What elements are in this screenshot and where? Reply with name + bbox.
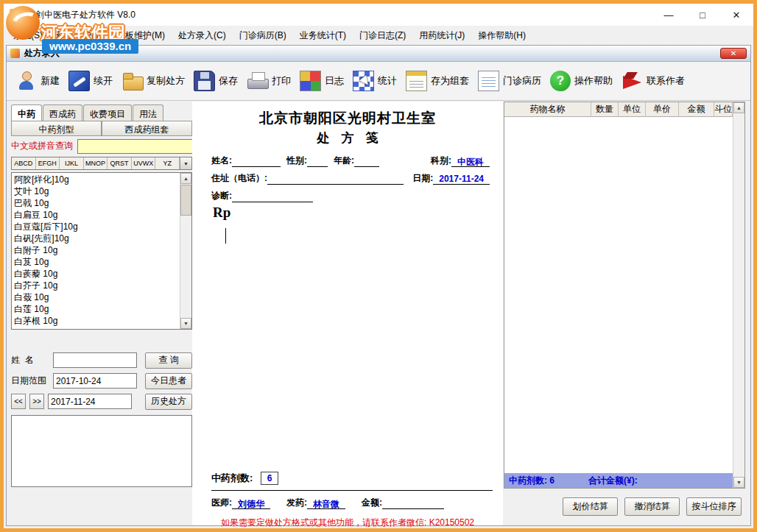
date-from-input[interactable] bbox=[53, 373, 137, 389]
table-header-cell[interactable]: 药物名称 bbox=[504, 102, 591, 116]
menu-item[interactable]: 模板维护(M) bbox=[110, 26, 172, 46]
name-field[interactable] bbox=[232, 156, 281, 167]
help-button[interactable]: 操作帮助 bbox=[546, 66, 617, 96]
save-as-group-button[interactable]: 存为组套 bbox=[401, 66, 473, 96]
menu-item[interactable]: 门诊日志(Z) bbox=[353, 26, 412, 46]
close-button[interactable]: ✕ bbox=[719, 4, 753, 26]
alphabet-filter[interactable]: UVWX bbox=[132, 157, 156, 169]
herb-list-item[interactable]: 白蔹 10g bbox=[12, 291, 179, 303]
herb-list-item[interactable]: 巴戟 10g bbox=[12, 197, 179, 209]
herb-list-item[interactable]: 白豆蔻[后下]10g bbox=[12, 221, 179, 233]
scroll-thumb[interactable] bbox=[180, 185, 191, 216]
maximize-button[interactable]: □ bbox=[686, 4, 719, 26]
herb-list-item[interactable]: 艾叶 10g bbox=[12, 185, 179, 197]
address-field[interactable] bbox=[267, 174, 404, 185]
alphabet-filter[interactable]: EFGH bbox=[36, 157, 60, 169]
tab-herb-dosage-form[interactable]: 中药剂型 bbox=[11, 121, 102, 136]
continue-button[interactable]: 续开 bbox=[64, 66, 117, 96]
patient-result-list[interactable] bbox=[11, 415, 192, 487]
menu-item[interactable]: 系统(S) bbox=[7, 26, 49, 46]
titlebar: 书剑中医电子处方软件 V8.0 — □ ✕ bbox=[4, 4, 753, 26]
minimize-button[interactable]: — bbox=[652, 4, 686, 26]
next-page-button[interactable]: >> bbox=[29, 394, 44, 409]
department-value[interactable]: 中医科 bbox=[451, 156, 490, 167]
amount-field[interactable] bbox=[382, 498, 444, 509]
age-field[interactable] bbox=[354, 156, 379, 167]
menu-item[interactable]: 操作帮助(H) bbox=[471, 26, 532, 46]
menu-item[interactable]: 处方录入(C) bbox=[172, 26, 233, 46]
outpatient-record-button[interactable]: 门诊病历 bbox=[473, 66, 546, 96]
toolbar: 新建 续开 复制处方 保存 打印 日志 bbox=[7, 62, 750, 101]
prescription-sheet[interactable]: 北京市朝阳区光明村卫生室 处方笺 姓名: 性别: 年龄: 科别: 中医科 住址（… bbox=[192, 102, 503, 525]
alphabet-filter[interactable]: QRST bbox=[108, 157, 132, 169]
alphabet-dropdown-arrow-icon[interactable]: ▼ bbox=[180, 157, 191, 169]
herb-list-item[interactable]: 白矾[先煎]10g bbox=[12, 233, 179, 244]
tab-fee-items[interactable]: 收费项目 bbox=[83, 104, 132, 121]
tab-western-group[interactable]: 西成药组套 bbox=[102, 121, 192, 136]
cancel-settle-button[interactable]: 撤消结算 bbox=[624, 497, 680, 516]
copy-prescription-button[interactable]: 复制处方 bbox=[117, 66, 189, 96]
prev-page-button[interactable]: << bbox=[11, 394, 26, 409]
statistics-button[interactable]: 统计 bbox=[348, 66, 401, 96]
table-header-cell[interactable]: 斗位 bbox=[714, 102, 733, 116]
tab-usage[interactable]: 用法 bbox=[133, 104, 163, 121]
table-header-cell[interactable]: 金额 bbox=[679, 102, 714, 116]
save-button[interactable]: 保存 bbox=[189, 66, 242, 96]
menu-item[interactable]: 门诊病历(B) bbox=[233, 26, 293, 46]
subwindow-close-button[interactable]: ✕ bbox=[720, 48, 747, 59]
date-to-input[interactable] bbox=[48, 394, 132, 409]
signature-row: 医师: 刘德华 发药: 林音微 金额: bbox=[211, 497, 493, 509]
history-prescriptions-button[interactable]: 历史处方 bbox=[145, 394, 192, 410]
scroll-up-icon[interactable]: ▲ bbox=[180, 173, 191, 184]
age-label: 年龄: bbox=[334, 155, 354, 167]
today-patients-button[interactable]: 今日患者 bbox=[145, 373, 192, 389]
herb-list-item[interactable]: 白附子 10g bbox=[12, 244, 179, 256]
alphabet-filter[interactable]: MNOP bbox=[84, 157, 108, 169]
herb-list-item[interactable]: 白莲 10g bbox=[12, 303, 179, 315]
tab-chinese-herb[interactable]: 中药 bbox=[11, 104, 42, 121]
herb-list-item[interactable]: 白扁豆 10g bbox=[12, 209, 179, 221]
alphabet-filter[interactable]: ABCD bbox=[12, 157, 36, 169]
diagnosis-field[interactable] bbox=[232, 191, 313, 202]
pinyin-search-input[interactable] bbox=[77, 139, 197, 154]
query-button[interactable]: 查 询 bbox=[145, 352, 192, 369]
pinyin-search-label: 中文或拼音查询 bbox=[11, 140, 77, 152]
contact-notice: 如果需要定做处方格式或其他功能，请联系作者微信: K20150502 bbox=[192, 517, 503, 529]
alphabet-filter-bar: ABCDEFGHIJKLMNOPQRSTUVWXYZ ▼ bbox=[11, 157, 192, 170]
table-header-cell[interactable]: 数量 bbox=[591, 102, 619, 116]
toolbar-button-label: 联系作者 bbox=[647, 74, 685, 88]
sort-by-drawer-button[interactable]: 按斗位排序 bbox=[686, 497, 742, 516]
menu-item[interactable]: 业务统计(T) bbox=[293, 26, 353, 46]
alphabet-filter[interactable]: YZ bbox=[155, 157, 180, 169]
scroll-up-icon[interactable]: ▲ bbox=[733, 102, 744, 113]
alphabet-filter[interactable]: IJKL bbox=[60, 157, 84, 169]
table-scrollbar[interactable]: ▲ ▼ bbox=[733, 102, 744, 488]
doctor-value[interactable]: 刘德华 bbox=[232, 498, 270, 509]
herb-list-scrollbar[interactable]: ▲ ▼ bbox=[180, 173, 191, 329]
scroll-down-icon[interactable]: ▼ bbox=[733, 477, 744, 488]
date-value[interactable]: 2017-11-24 bbox=[433, 174, 490, 185]
dispense-value[interactable]: 林音微 bbox=[307, 498, 345, 509]
selected-drugs-table: 药物名称数量单位单价金额斗位 中药剂数: 6 合计金额(¥): ▲ ▼ bbox=[504, 102, 745, 489]
gender-field[interactable] bbox=[307, 156, 328, 167]
settle-button[interactable]: 划价结算 bbox=[563, 497, 618, 516]
herb-list-item[interactable]: 白芨 10g bbox=[12, 256, 179, 268]
table-body[interactable] bbox=[504, 117, 733, 473]
new-button[interactable]: 新建 bbox=[11, 66, 64, 96]
menu-item[interactable]: 药物维护(Y) bbox=[49, 26, 110, 46]
table-header-cell[interactable]: 单位 bbox=[619, 102, 646, 116]
table-header-cell[interactable]: 单价 bbox=[646, 102, 679, 116]
patient-name-input[interactable] bbox=[53, 352, 137, 368]
window-controls: — □ ✕ bbox=[652, 4, 753, 26]
herb-list-item[interactable]: 白蒺藜 10g bbox=[12, 268, 179, 280]
menu-item[interactable]: 用药统计(J) bbox=[412, 26, 471, 46]
herb-list-item[interactable]: 白茅根 10g bbox=[12, 315, 179, 327]
herb-list-item[interactable]: 阿胶[烊化]10g bbox=[12, 174, 179, 185]
herb-list-item[interactable]: 白芥子 10g bbox=[12, 280, 179, 291]
scroll-down-icon[interactable]: ▼ bbox=[180, 318, 191, 329]
contact-author-button[interactable]: 联系作者 bbox=[617, 66, 689, 96]
log-button[interactable]: 日志 bbox=[295, 66, 348, 96]
print-button[interactable]: 打印 bbox=[242, 66, 295, 96]
tab-western-medicine[interactable]: 西成药 bbox=[43, 104, 82, 121]
dose-count-box[interactable]: 6 bbox=[261, 472, 278, 485]
